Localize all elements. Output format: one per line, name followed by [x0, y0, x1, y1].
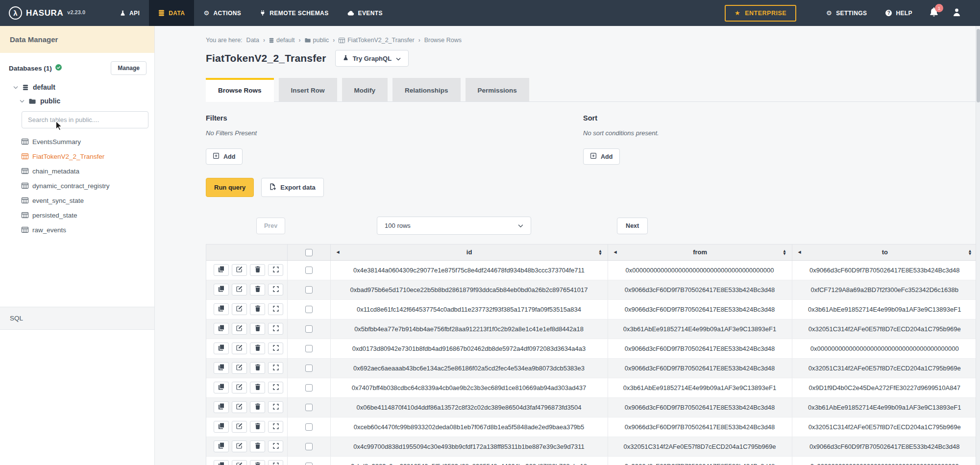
breadcrumb-browse-rows[interactable]: Browse Rows: [424, 37, 462, 44]
nav-item-actions[interactable]: ⚙ ACTIONS: [194, 0, 250, 26]
tab-insert-row[interactable]: Insert Row: [279, 78, 337, 101]
help-button[interactable]: ? HELP: [876, 0, 922, 26]
prev-page-button[interactable]: Prev: [256, 218, 285, 234]
delete-row-button[interactable]: [250, 401, 265, 413]
clone-row-button[interactable]: [214, 441, 229, 452]
row-checkbox[interactable]: [305, 345, 313, 352]
column-header-to[interactable]: ◀ to ▲▼: [792, 245, 977, 260]
breadcrumb-public[interactable]: public: [305, 37, 329, 44]
select-all-checkbox[interactable]: [305, 249, 313, 256]
cell-id[interactable]: 0x5bfbb4ea77e7b914bb4ae756fbf28aa912213f…: [330, 319, 608, 339]
collapse-column-icon[interactable]: ◀: [337, 250, 340, 254]
row-checkbox[interactable]: [305, 267, 313, 274]
delete-row-button[interactable]: [250, 382, 265, 393]
delete-row-button[interactable]: [250, 441, 265, 452]
cell-to[interactable]: 0x00000000000000000000000000000000000000…: [792, 339, 977, 358]
edit-row-button[interactable]: [232, 303, 247, 315]
tab-modify[interactable]: Modify: [342, 78, 388, 101]
expand-row-button[interactable]: [268, 460, 283, 465]
row-checkbox[interactable]: [305, 423, 313, 431]
delete-row-button[interactable]: [250, 323, 265, 335]
clone-row-button[interactable]: [214, 382, 229, 393]
expand-row-button[interactable]: [268, 362, 283, 374]
cell-from[interactable]: 0x3b61AbEe91852714E4e99b09a1AF3e9C13893e…: [608, 378, 792, 397]
edit-row-button[interactable]: [232, 460, 247, 465]
cell-from[interactable]: 0x9066d3cF60D9f7B705026417E8E533b424Bc3d…: [608, 280, 792, 299]
notifications-button[interactable]: 1: [922, 0, 946, 26]
sidebar-table-item[interactable]: persisted_state: [0, 208, 154, 222]
user-menu-button[interactable]: [946, 0, 967, 26]
sidebar-table-item[interactable]: chain_metadata: [0, 164, 154, 178]
rows-per-page-select[interactable]: 100 rows: [377, 217, 531, 235]
delete-row-button[interactable]: [250, 303, 265, 315]
column-header-from[interactable]: ◀ from ▲▼: [608, 245, 792, 260]
delete-row-button[interactable]: [250, 460, 265, 465]
row-checkbox[interactable]: [305, 306, 313, 313]
manage-button[interactable]: Manage: [111, 61, 147, 75]
enterprise-button[interactable]: ★ ENTERPRISE: [725, 5, 796, 22]
edit-row-button[interactable]: [232, 264, 247, 276]
cell-to[interactable]: 0x32051C314f2AFe0E57f8D7cECD204a1C795b96…: [792, 319, 977, 339]
row-checkbox[interactable]: [305, 463, 313, 465]
cell-from[interactable]: 0x3b61AbEe91852714E4e99b09a1AF3e9C13893e…: [608, 319, 792, 339]
delete-row-button[interactable]: [250, 421, 265, 433]
row-checkbox[interactable]: [305, 365, 313, 372]
column-header-id[interactable]: ◀ id ▲▼: [330, 245, 608, 260]
edit-row-button[interactable]: [232, 323, 247, 335]
chevron-down-icon[interactable]: [20, 99, 24, 103]
collapse-column-icon[interactable]: ◀: [614, 250, 617, 254]
edit-row-button[interactable]: [232, 382, 247, 393]
tab-permissions[interactable]: Permissions: [466, 78, 529, 101]
edit-row-button[interactable]: [232, 401, 247, 413]
delete-row-button[interactable]: [250, 284, 265, 295]
sidebar-table-item[interactable]: dynamic_contract_registry: [0, 178, 154, 193]
edit-row-button[interactable]: [232, 284, 247, 295]
cell-id[interactable]: 0x692aec6aeaaab43bc6e134ac25e86186f02a5c…: [330, 358, 608, 378]
expand-row-button[interactable]: [268, 441, 283, 452]
cell-from[interactable]: 0x9066d3cF60D9f7B705026417E8E533b424Bc3d…: [608, 358, 792, 378]
run-query-button[interactable]: Run query: [206, 178, 254, 197]
expand-row-button[interactable]: [268, 284, 283, 295]
cell-id[interactable]: 0xceb60c4470fc99b8933202deda08b1eb7f067d…: [330, 417, 608, 437]
settings-button[interactable]: ⚙ SETTINGS: [817, 0, 876, 26]
expand-row-button[interactable]: [268, 264, 283, 276]
clone-row-button[interactable]: [214, 264, 229, 276]
breadcrumb-default[interactable]: default: [269, 37, 295, 44]
sidebar-table-item[interactable]: EventsSummary: [0, 134, 154, 149]
expand-row-button[interactable]: [268, 382, 283, 393]
row-checkbox[interactable]: [305, 286, 313, 294]
tree-item-schema-public[interactable]: public: [0, 94, 154, 108]
clone-row-button[interactable]: [214, 323, 229, 335]
cell-to[interactable]: 0x9D1f9D4b0C2e45DeA272FfE30227d9699510A8…: [792, 378, 977, 397]
breadcrumb-data[interactable]: Data: [246, 37, 259, 44]
cell-id[interactable]: 0xbd8a9229c6ea90316540a5f5d0529d08a39355…: [330, 456, 608, 465]
edit-row-button[interactable]: [232, 362, 247, 374]
cell-from[interactable]: 0x9066d3cF60D9f7B705026417E8E533b424Bc3d…: [608, 339, 792, 358]
nav-item-events[interactable]: EVENTS: [338, 0, 392, 26]
cell-id[interactable]: 0x11cd8e61fc142f664537754c0adbd11e237732…: [330, 299, 608, 319]
cell-id[interactable]: 0x4c99700d838d1955094c30e493bb9cfdf172a1…: [330, 437, 608, 456]
clone-row-button[interactable]: [214, 460, 229, 465]
sort-icon[interactable]: ▲▼: [783, 249, 785, 255]
cell-from[interactable]: 0x32051C314f2AFe0E57f8D7cECD204a1C795b96…: [608, 437, 792, 456]
cell-id[interactable]: 0xbad975b6e5d1710ece22b5b8bd2861879f93dd…: [330, 280, 608, 299]
cell-id[interactable]: 0xd0173d80942e7301b8fdb4ad916867b02462db…: [330, 339, 608, 358]
cell-from[interactable]: 0x9066d3cF60D9f7B705026417E8E533b424Bc3d…: [608, 456, 792, 465]
cell-id[interactable]: 0x06be4114870f410d4ddf86a13572c8f32c02dc…: [330, 397, 608, 417]
nav-item-remote-schemas[interactable]: REMOTE SCHEMAS: [250, 0, 338, 26]
expand-row-button[interactable]: [268, 343, 283, 354]
cell-to[interactable]: 0x3b61AbEe91852714E4e99b09a1AF3e9C13893e…: [792, 299, 977, 319]
nav-item-api[interactable]: API: [111, 0, 149, 26]
cell-id[interactable]: 0x7407bff4b038cdbc64c8339a4cb0ae9b2c3b3e…: [330, 378, 608, 397]
cell-to[interactable]: 0x9066d3cF60D9f7B705026417E8E533b424Bc3d…: [792, 260, 977, 280]
delete-row-button[interactable]: [250, 362, 265, 374]
sidebar-table-item[interactable]: FiatTokenV2_2_Transfer: [0, 149, 154, 164]
hasura-logo[interactable]: λ HASURA: [9, 6, 63, 20]
chevron-down-icon[interactable]: [13, 86, 18, 89]
breadcrumb-table[interactable]: FiatTokenV2_2_Transfer: [339, 37, 414, 44]
sort-icon[interactable]: ▲▼: [969, 249, 971, 255]
sort-icon[interactable]: ▲▼: [599, 249, 602, 255]
edit-row-button[interactable]: [232, 421, 247, 433]
expand-row-button[interactable]: [268, 303, 283, 315]
clone-row-button[interactable]: [214, 421, 229, 433]
